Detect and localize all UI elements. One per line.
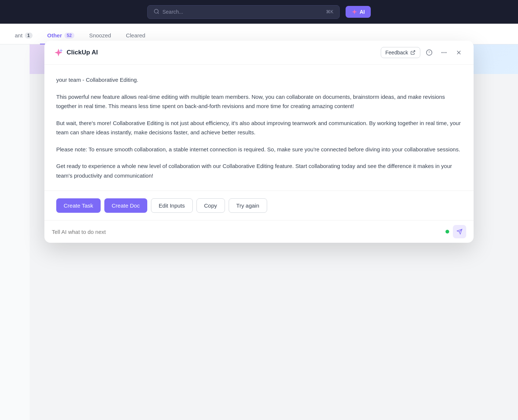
svg-point-7 [444, 52, 445, 53]
create-doc-button[interactable]: Create Doc [104, 198, 147, 213]
more-options-button[interactable] [438, 47, 450, 58]
content-paragraph5: Get ready to experience a whole new leve… [56, 161, 462, 180]
tab-ant[interactable]: ant 1 [7, 27, 40, 44]
ai-input-field[interactable] [52, 229, 442, 235]
svg-point-8 [445, 52, 447, 53]
more-icon [441, 49, 447, 56]
sparkle-icon-small [352, 9, 357, 15]
send-icon [457, 229, 462, 235]
tab-other-badge: 52 [64, 33, 74, 38]
content-paragraph4: Please note: To ensure smooth collaborat… [56, 145, 462, 154]
try-again-button[interactable]: Try again [229, 198, 267, 213]
modal-actions: Feedback [381, 47, 465, 58]
content-area: ClickUp AI Feedback [0, 44, 518, 420]
svg-point-6 [441, 52, 443, 53]
svg-point-0 [154, 9, 158, 13]
svg-line-2 [413, 51, 415, 53]
tab-snoozed-label: Snoozed [89, 32, 111, 38]
clickup-ai-icon [53, 47, 64, 58]
info-button[interactable] [423, 47, 435, 58]
tab-ant-badge: 1 [25, 33, 33, 38]
status-dot [445, 230, 449, 233]
copy-button[interactable]: Copy [196, 198, 225, 213]
ai-button[interactable]: AI [346, 6, 371, 18]
search-bar[interactable]: Search... ⌘K [147, 5, 340, 19]
modal-input-area [44, 220, 474, 243]
close-button[interactable] [453, 47, 465, 58]
ai-modal: ClickUp AI Feedback [44, 41, 474, 243]
content-paragraph2: This powerful new feature allows real-ti… [56, 92, 462, 111]
modal-title: ClickUp AI [67, 49, 98, 56]
create-task-button[interactable]: Create Task [56, 198, 101, 213]
modal-header: ClickUp AI Feedback [44, 41, 474, 65]
tab-other-label: Other [47, 32, 62, 38]
left-sidebar-hint [0, 44, 30, 420]
external-link-icon [410, 50, 416, 55]
feedback-button[interactable]: Feedback [381, 47, 420, 58]
close-icon [455, 49, 462, 56]
content-paragraph1: your team - Collaborative Editing. [56, 75, 462, 85]
modal-content: your team - Collaborative Editing. This … [44, 65, 474, 191]
action-buttons-area: Create Task Create Doc Edit Inputs Copy … [44, 191, 474, 220]
topbar: Search... ⌘K AI [0, 0, 518, 24]
info-icon [426, 49, 433, 56]
search-placeholder: Search... [162, 9, 183, 15]
ai-logo: ClickUp AI [53, 47, 377, 58]
search-shortcut: ⌘K [326, 9, 333, 14]
tab-ant-label: ant [15, 32, 23, 38]
send-button[interactable] [453, 225, 466, 238]
search-icon [154, 9, 159, 16]
tab-cleared-label: Cleared [126, 32, 145, 38]
edit-inputs-button[interactable]: Edit Inputs [151, 198, 193, 213]
content-paragraph3: But wait, there's more! Collaborative Ed… [56, 118, 462, 137]
svg-line-1 [158, 13, 159, 14]
